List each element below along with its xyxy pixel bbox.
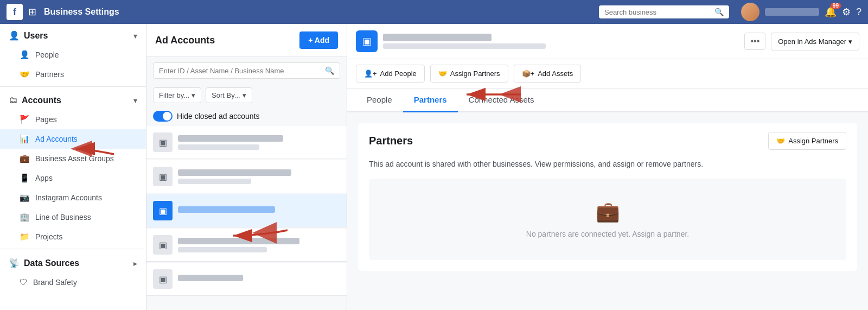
search-input[interactable]	[604, 8, 711, 16]
detail-account-icon: ▣	[356, 30, 378, 52]
account-name-blur-2	[178, 169, 291, 176]
account-sub-blur-1	[178, 144, 259, 150]
chevron-down-icon-5: ▾	[848, 37, 852, 46]
notifications-button[interactable]: 🔔 99	[825, 6, 837, 18]
no-partners-box: 💼 No partners are connected yet. Assign …	[369, 179, 846, 260]
top-nav-right: 🔔 99 ⚙ ?	[741, 3, 861, 21]
account-icon-5: ▣	[153, 269, 173, 289]
notification-count: 99	[831, 3, 841, 9]
account-icon-1: ▣	[153, 132, 173, 152]
partners-section: Partners 🤝 Assign Partners This ad accou…	[358, 123, 857, 271]
account-item-4[interactable]: ▣	[146, 229, 347, 262]
facebook-logo: f	[7, 4, 23, 20]
chevron-down-icon: ▾	[133, 31, 137, 40]
assign-partners-button[interactable]: 🤝 Assign Partners	[430, 65, 508, 83]
add-people-icon: 👤+	[364, 69, 377, 78]
account-sub-blur-2	[178, 179, 251, 184]
add-button[interactable]: + Add	[299, 31, 338, 49]
chevron-down-icon-4: ▾	[242, 91, 246, 99]
toggle-row: Hide closed ad accounts	[146, 106, 347, 126]
partners-icon: 🤝	[20, 69, 30, 79]
middle-header: Ad Accounts + Add	[146, 24, 347, 57]
brand-safety-icon: 🛡	[20, 277, 28, 287]
search-icon-2: 🔍	[325, 66, 334, 75]
sidebar-item-projects[interactable]: 📁 Projects	[0, 227, 146, 246]
add-people-button[interactable]: 👤+ Add People	[356, 65, 425, 83]
divider	[0, 86, 146, 87]
no-partners-icon: 💼	[596, 200, 620, 223]
avatar[interactable]	[741, 3, 760, 21]
middle-panel: Ad Accounts + Add 🔍 Filter by... ▾ Sort …	[146, 24, 347, 310]
detail-account-sub-blur	[383, 43, 546, 49]
tab-bar: People Partners Connected Assets	[347, 88, 868, 112]
chevron-down-icon-2: ▾	[133, 96, 137, 105]
assign-partners-icon: 🤝	[438, 69, 447, 78]
account-item-2[interactable]: ▣	[146, 160, 347, 193]
sidebar-item-business-asset-groups[interactable]: 💼 Business Asset Groups	[0, 149, 146, 168]
search-icon: 🔍	[714, 8, 724, 16]
hide-closed-toggle[interactable]	[153, 111, 173, 122]
data-sources-icon: 📡	[9, 258, 20, 268]
assign-partners-detail-icon: 🤝	[776, 137, 785, 145]
instagram-icon: 📷	[20, 193, 30, 203]
asset-search-input[interactable]	[159, 67, 322, 75]
accounts-section-header[interactable]: 🗂 Accounts ▾	[0, 89, 146, 110]
more-options-button[interactable]: •••	[744, 33, 765, 50]
detail-panel: ▣ ••• Open in Ads Manager ▾ 👤+ Add Peopl…	[347, 24, 868, 310]
account-item-1[interactable]: ▣	[146, 126, 347, 159]
detail-content: Partners 🤝 Assign Partners This ad accou…	[347, 112, 868, 310]
account-name-blur-1	[178, 135, 283, 142]
apps-icon: 📱	[20, 173, 30, 183]
users-section-header[interactable]: 👤 Users ▾	[0, 24, 146, 45]
accounts-section-title: 🗂 Accounts	[9, 96, 61, 105]
users-icon: 👤	[9, 30, 20, 41]
projects-icon: 📁	[20, 232, 30, 242]
sidebar: 👤 Users ▾ 👤 People 🤝 Partners 🗂 Accounts…	[0, 24, 146, 310]
gear-icon[interactable]: ⚙	[842, 6, 851, 18]
partners-title: Partners	[369, 135, 413, 147]
account-list: ▣ ▣ ▣ ▣	[146, 126, 347, 310]
detail-top-bar: ▣ ••• Open in Ads Manager ▾	[347, 24, 868, 59]
sidebar-item-brand-safety[interactable]: 🛡 Brand Safety	[0, 273, 146, 292]
account-icon-4: ▣	[153, 235, 173, 255]
assign-partners-detail-button[interactable]: 🤝 Assign Partners	[768, 132, 846, 150]
chevron-right-icon: ▸	[133, 259, 137, 268]
data-sources-title: 📡 Data Sources	[9, 258, 79, 268]
account-item-3[interactable]: ▣	[146, 194, 347, 227]
sort-by-button[interactable]: Sort By... ▾	[206, 87, 252, 103]
filter-row: Filter by... ▾ Sort By... ▾	[146, 84, 347, 106]
users-section-title: 👤 Users	[9, 30, 48, 41]
chevron-down-icon-3: ▾	[192, 91, 195, 99]
account-icon-2: ▣	[153, 167, 173, 186]
divider-2	[0, 249, 146, 249]
open-in-ads-manager-button[interactable]: Open in Ads Manager ▾	[771, 33, 859, 50]
partners-description: This ad account is shared with other bus…	[358, 159, 857, 179]
detail-account-name-blur	[383, 34, 492, 41]
sidebar-item-pages[interactable]: 🚩 Pages	[0, 110, 146, 129]
grid-icon[interactable]: ⊞	[28, 6, 36, 18]
account-name-blur-4	[178, 238, 299, 244]
filter-by-button[interactable]: Filter by... ▾	[153, 87, 201, 103]
account-icon-3: ▣	[153, 201, 173, 220]
sidebar-item-instagram[interactable]: 📷 Instagram Accounts	[0, 188, 146, 207]
top-nav: f ⊞ Business Settings 🔍 🔔 99 ⚙ ?	[0, 0, 868, 24]
sidebar-item-ad-accounts[interactable]: 📊 Ad Accounts	[0, 129, 146, 149]
toggle-label: Hide closed ad accounts	[177, 112, 260, 121]
add-assets-button[interactable]: 📦+ Add Assets	[514, 65, 582, 83]
sidebar-item-partners[interactable]: 🤝 Partners	[0, 65, 146, 84]
help-icon[interactable]: ?	[856, 7, 861, 18]
asset-search-box[interactable]: 🔍	[153, 62, 340, 79]
account-item-5[interactable]: ▣	[146, 263, 347, 296]
data-sources-section-header[interactable]: 📡 Data Sources ▸	[0, 251, 146, 273]
tab-partners[interactable]: Partners	[403, 88, 458, 112]
action-bar: 👤+ Add People 🤝 Assign Partners 📦+ Add A…	[347, 59, 868, 88]
tab-connected-assets[interactable]: Connected Assets	[458, 88, 545, 112]
sidebar-item-line-of-business[interactable]: 🏢 Line of Business	[0, 207, 146, 227]
ad-accounts-icon: 📊	[20, 134, 30, 144]
bag-icon: 💼	[20, 154, 30, 163]
tab-people[interactable]: People	[356, 88, 403, 112]
sidebar-item-apps[interactable]: 📱 Apps	[0, 168, 146, 188]
main-layout: 👤 Users ▾ 👤 People 🤝 Partners 🗂 Accounts…	[0, 24, 868, 310]
sidebar-item-people[interactable]: 👤 People	[0, 45, 146, 65]
search-box[interactable]: 🔍	[599, 5, 729, 18]
